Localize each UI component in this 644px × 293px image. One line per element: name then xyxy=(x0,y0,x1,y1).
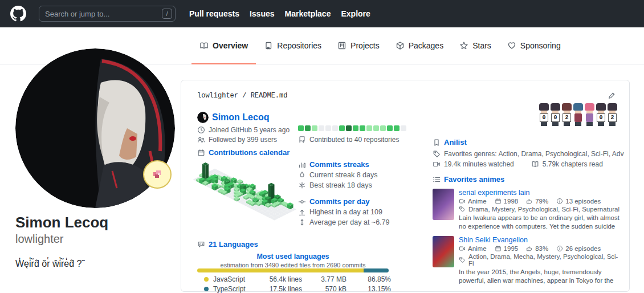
language-size: 570 kB xyxy=(302,285,347,293)
readme-mini-avatar xyxy=(197,112,209,123)
contrib-square xyxy=(380,125,386,131)
anime-title[interactable]: Shin Seiki Evangelion xyxy=(459,236,622,244)
clock-icon xyxy=(197,126,205,134)
per-day-title-row[interactable]: Commits per day xyxy=(298,197,429,206)
repo-icon xyxy=(264,41,273,50)
language-row-typescript: TypeScript 17.5k lines 570 kB 13.15% xyxy=(197,285,391,293)
contrib-square xyxy=(298,125,304,131)
languages-title-label: 21 Languages xyxy=(209,240,258,249)
readme-breadcrumb: lowlighter / README.md xyxy=(197,92,287,100)
contrib-square xyxy=(366,125,372,131)
slash-key-hint: / xyxy=(162,9,172,19)
pixel-sprite xyxy=(573,103,584,126)
typescript-dot xyxy=(204,287,209,291)
flame-icon xyxy=(298,171,306,179)
asterisk-icon xyxy=(298,181,306,189)
contrib-square xyxy=(339,125,345,131)
readme-repo[interactable]: lowlighter xyxy=(197,92,238,100)
tab-label: Projects xyxy=(350,41,380,50)
favorite-genres-line: Favorites genres: Action, Drama, Psychol… xyxy=(433,150,624,158)
contrib-square xyxy=(360,125,365,131)
calendar-icon xyxy=(495,245,502,252)
anilist-section: Anilist Favorites genres: Action, Drama,… xyxy=(433,138,624,293)
profile-tabs: Overview Repositories Projects Packages … xyxy=(191,27,569,64)
thumbs-up-icon xyxy=(526,198,533,205)
anilist-title: Anilist xyxy=(444,138,467,146)
video-icon xyxy=(459,198,466,205)
info-circle-icon xyxy=(556,245,563,252)
highest-day-text: Highest in a day at 109 xyxy=(309,208,382,216)
heart-icon xyxy=(507,41,516,50)
profile-bio: W̓e̖i̒r̃d̂ ŏr̔ ŵi̓r̃e̒d̂ ?̃ xyxy=(15,259,182,269)
language-name: JavaScript xyxy=(213,275,258,283)
tab-label: Repositories xyxy=(277,41,321,50)
breadcrumb-separator: / xyxy=(238,92,251,100)
tab-stars[interactable]: Stars xyxy=(451,27,499,64)
pixel-sprite: 2 xyxy=(561,103,572,126)
edit-pencil-icon[interactable] xyxy=(608,92,616,100)
favorite-genres-text: Favorites genres: Action, Drama, Psychol… xyxy=(444,150,624,158)
readme-file[interactable]: README.md xyxy=(251,92,288,100)
nav-explore[interactable]: Explore xyxy=(341,9,370,18)
video-icon xyxy=(433,160,441,168)
streaks-title-row[interactable]: Commits streaks xyxy=(298,160,429,169)
pixel-sprite xyxy=(584,103,595,126)
nav-pull-requests[interactable]: Pull requests xyxy=(189,9,239,18)
profile-username: lowlighter xyxy=(15,231,182,246)
tab-label: Packages xyxy=(409,41,443,50)
languages-bar xyxy=(197,268,389,272)
tag-icon xyxy=(433,150,441,158)
tag-icon xyxy=(459,206,466,213)
languages-bar-segment xyxy=(197,268,364,272)
video-icon xyxy=(459,245,466,252)
anime-cover[interactable] xyxy=(433,236,454,267)
tab-repositories[interactable]: Repositories xyxy=(256,27,329,64)
contrib-square xyxy=(373,125,379,131)
readme-user-name[interactable]: Simon Lecoq xyxy=(212,112,269,123)
contributions-calendar-link[interactable]: Contributions calendar xyxy=(197,148,290,157)
nav-issues[interactable]: Issues xyxy=(250,9,275,18)
navbar-links: Pull requests Issues Marketplace Explore xyxy=(189,9,370,18)
followed-text: Followed by 399 users xyxy=(209,136,277,144)
streaks-title: Commits streaks xyxy=(309,160,369,169)
per-day-title: Commits per day xyxy=(309,197,369,206)
anilist-title-row[interactable]: Anilist xyxy=(433,138,624,146)
status-badge[interactable] xyxy=(143,160,172,189)
pixel-sprite: 0 xyxy=(550,103,561,126)
commit-icon xyxy=(298,198,306,206)
languages-section-title[interactable]: 21 Languages xyxy=(197,240,258,249)
tab-overview[interactable]: Overview xyxy=(191,27,256,64)
pixel-sprite: 0 xyxy=(539,103,549,126)
list-icon xyxy=(433,176,441,184)
anime-title[interactable]: serial experiments lain xyxy=(459,189,622,197)
favorites-animes-title: Favorites animes xyxy=(444,175,504,184)
language-lines: 17.5k lines xyxy=(258,285,302,293)
pixel-sprite: 2 xyxy=(607,103,618,126)
contrib-square xyxy=(387,125,393,131)
tab-projects[interactable]: Projects xyxy=(329,27,388,64)
anime-meta-row: Anime 1995 83% 26 episodes xyxy=(459,245,622,252)
current-streak-text: Current streak 8 days xyxy=(309,171,378,179)
tab-packages[interactable]: Packages xyxy=(388,27,451,64)
contributed-line: Contributed to 40 repositories xyxy=(298,136,399,144)
iso-contributions-calendar xyxy=(191,160,299,230)
joined-text: Joined GitHub 5 years ago xyxy=(209,126,290,134)
language-lines: 56.4k lines xyxy=(258,275,302,283)
anime-description: In the year 2015, the Angels, huge, trem… xyxy=(459,268,622,285)
github-logo-icon[interactable] xyxy=(9,5,27,23)
iso-calendar-svg xyxy=(191,160,299,227)
tab-label: Overview xyxy=(213,41,248,50)
bookmark-icon xyxy=(433,139,441,146)
project-icon xyxy=(337,41,347,50)
most-used-languages[interactable]: Most used languages xyxy=(191,253,394,261)
language-name: TypeScript xyxy=(213,285,258,293)
contrib-square xyxy=(305,125,311,131)
nav-marketplace[interactable]: Marketplace xyxy=(285,9,331,18)
book-icon xyxy=(531,160,539,168)
favorites-animes-title-row[interactable]: Favorites animes xyxy=(433,175,624,184)
contrib-square xyxy=(394,125,400,131)
anime-cover[interactable] xyxy=(433,189,454,220)
contrib-square xyxy=(401,125,406,131)
search-input[interactable] xyxy=(39,6,176,22)
tab-sponsoring[interactable]: Sponsoring xyxy=(499,27,569,64)
